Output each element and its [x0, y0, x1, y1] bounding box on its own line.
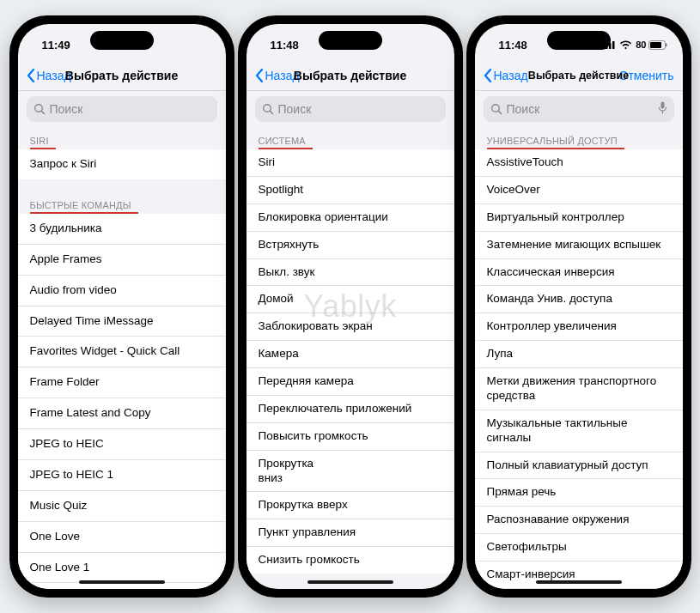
list-item[interactable]: Apple Frames	[18, 245, 226, 276]
list-item[interactable]: Пункт управления	[247, 519, 454, 547]
list-item[interactable]: Домой	[247, 286, 454, 313]
list-item[interactable]: 3 будильника	[18, 214, 226, 245]
svg-line-12	[498, 111, 501, 113]
svg-rect-9	[650, 42, 661, 48]
list-item[interactable]: One Love 1	[18, 553, 226, 584]
phone-frame-1: 11:49 Назад Выбрать действие Поиск SIRI …	[9, 15, 234, 598]
list-item[interactable]: Смарт-инверсия	[475, 561, 683, 589]
svg-line-3	[270, 111, 272, 113]
list-item[interactable]: AssistiveTouch	[475, 149, 683, 177]
home-indicator[interactable]	[536, 580, 622, 584]
chevron-left-icon	[27, 69, 35, 82]
system-list: Siri Spotlight Блокировка ориентации Вст…	[247, 149, 454, 574]
accessibility-list: AssistiveTouch VoiceOver Виртуальный кон…	[475, 149, 683, 589]
list-item[interactable]: Контроллер увеличения	[475, 313, 683, 341]
phone-frame-2: 11:48 Назад Выбрать действие Поиск СИСТЕ…	[238, 15, 463, 598]
list-item[interactable]: Затемнение мигающих вспышек	[475, 232, 683, 259]
home-indicator[interactable]	[307, 580, 393, 584]
shortcuts-list: 3 будильника Apple Frames Audio from vid…	[18, 214, 226, 589]
section-header-shortcuts: БЫСТРЫЕ КОМАНДЫ	[18, 193, 143, 214]
list-item[interactable]: VoiceOver	[475, 177, 683, 204]
back-button[interactable]: Назад	[484, 69, 528, 82]
list-item[interactable]: Music Quiz	[18, 491, 226, 522]
list-item[interactable]: Заблокировать экран	[247, 313, 454, 341]
search-input[interactable]: Поиск	[255, 96, 446, 122]
chevron-left-icon	[484, 69, 492, 82]
list-item[interactable]: Встряхнуть	[247, 232, 454, 259]
search-input[interactable]: Поиск	[484, 96, 674, 122]
search-placeholder: Поиск	[507, 102, 540, 116]
battery-percent: 80	[636, 39, 646, 50]
list-item[interactable]: Запрос к Siri	[18, 149, 226, 179]
status-time: 11:49	[42, 39, 70, 52]
mic-icon[interactable]	[658, 101, 667, 117]
nav-bar: Назад Выбрать действие Отменить	[475, 60, 683, 91]
back-label: Назад	[494, 69, 528, 82]
battery-icon: 80	[636, 39, 667, 50]
list-item[interactable]: Frame Latest and Copy	[18, 398, 226, 429]
section-header-system: СИСТЕМА	[247, 129, 318, 149]
search-icon	[33, 103, 46, 115]
back-button[interactable]: Назад	[255, 69, 300, 82]
list-item[interactable]: Передняя камера	[247, 368, 454, 396]
list-item[interactable]: Siri	[247, 149, 454, 177]
page-title: Выбрать действие	[65, 69, 178, 82]
home-indicator[interactable]	[79, 580, 165, 584]
list-item[interactable]: Переключатель приложений	[247, 396, 454, 423]
section-header-siri: SIRI	[18, 129, 61, 149]
list-item[interactable]: Audio from video	[18, 276, 226, 306]
svg-line-1	[41, 111, 44, 113]
list-item[interactable]: Распознавание окружения	[475, 507, 683, 534]
chevron-left-icon	[255, 69, 264, 82]
page-title: Выбрать действие	[528, 70, 629, 82]
search-icon	[490, 103, 502, 115]
list-item[interactable]: Светофильтры	[475, 534, 683, 561]
dynamic-island	[319, 31, 382, 50]
svg-rect-13	[660, 102, 664, 109]
section-header-accessibility: УНИВЕРСАЛЬНЫЙ ДОСТУП	[475, 129, 630, 149]
list-item[interactable]: Метки движения транспортного средства	[475, 368, 683, 410]
list-item[interactable]: Музыкальные тактильные сигналы	[475, 410, 683, 452]
list-item[interactable]: Прокрутка вниз	[247, 451, 454, 493]
list-item[interactable]: Frame Folder	[18, 367, 226, 398]
nav-bar: Назад Выбрать действие	[247, 60, 454, 91]
search-icon	[262, 103, 274, 115]
list-content[interactable]: SIRI Запрос к Siri БЫСТРЫЕ КОМАНДЫ 3 буд…	[18, 129, 226, 589]
phone-frame-3: 11:48 80 Назад Выбрать действие Отме	[466, 15, 691, 598]
svg-rect-10	[666, 43, 667, 46]
list-item[interactable]: Прокрутка вверх	[247, 492, 454, 519]
status-time: 11:48	[271, 39, 299, 52]
list-item[interactable]: Команда Унив. доступа	[475, 286, 683, 313]
search-placeholder: Поиск	[50, 102, 83, 116]
search-placeholder: Поиск	[278, 102, 312, 116]
dynamic-island	[90, 31, 154, 50]
list-item[interactable]: Полный клавиатурный доступ	[475, 452, 683, 480]
list-item[interactable]: Favorites Widget - Quick Call	[18, 337, 226, 367]
wifi-icon	[619, 40, 632, 50]
list-item[interactable]: Снизить громкость	[247, 547, 454, 574]
back-button[interactable]: Назад	[27, 69, 71, 82]
nav-bar: Назад Выбрать действие	[18, 60, 226, 91]
list-item[interactable]: Повысить громкость	[247, 423, 454, 451]
list-item[interactable]: Лупа	[475, 341, 683, 368]
list-content[interactable]: СИСТЕМА Siri Spotlight Блокировка ориент…	[247, 129, 454, 589]
dynamic-island	[547, 31, 611, 50]
svg-rect-7	[612, 41, 615, 49]
list-item[interactable]: Прямая речь	[475, 479, 683, 507]
list-item[interactable]: Блокировка ориентации	[247, 204, 454, 232]
list-item[interactable]: Виртуальный контроллер	[475, 204, 683, 232]
list-item[interactable]: JPEG to HEIC 1	[18, 460, 226, 491]
list-item[interactable]: Delayed Time iMessage	[18, 306, 226, 337]
list-item[interactable]: Камера	[247, 341, 454, 368]
status-time: 11:48	[499, 39, 527, 52]
list-item[interactable]: Police	[18, 583, 226, 589]
list-item[interactable]: Классическая инверсия	[475, 259, 683, 287]
list-item[interactable]: JPEG to HEIC	[18, 429, 226, 460]
list-item[interactable]: One Love	[18, 522, 226, 553]
search-input[interactable]: Поиск	[27, 96, 217, 122]
list-content[interactable]: УНИВЕРСАЛЬНЫЙ ДОСТУП AssistiveTouch Voic…	[475, 129, 683, 589]
list-item[interactable]: Spotlight	[247, 177, 454, 204]
list-item[interactable]: Выкл. звук	[247, 259, 454, 287]
page-title: Выбрать действие	[294, 69, 406, 82]
siri-list: Запрос к Siri	[18, 149, 226, 179]
